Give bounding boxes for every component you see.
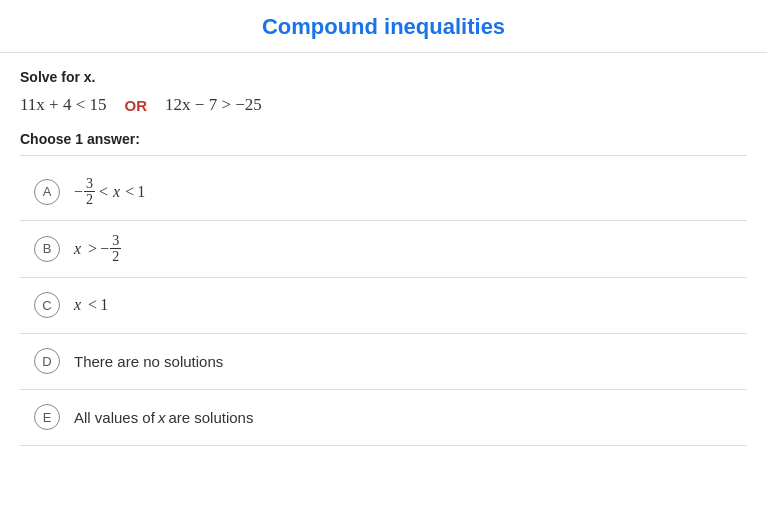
option-b-text: x > −32 — [74, 233, 122, 265]
equation-left: 11x + 4 < 15 — [20, 95, 107, 115]
option-d-circle: D — [34, 348, 60, 374]
option-e-circle: E — [34, 404, 60, 430]
option-e[interactable]: E All values of x are solutions — [20, 390, 747, 446]
option-a-circle: A — [34, 179, 60, 205]
option-a-text: −32 < x < 1 — [74, 176, 145, 208]
option-c[interactable]: C x < 1 — [20, 278, 747, 334]
option-b-circle: B — [34, 236, 60, 262]
option-e-text: All values of x are solutions — [74, 409, 253, 426]
equation-right: 12x − 7 > −25 — [165, 95, 262, 115]
option-b[interactable]: B x > −32 — [20, 221, 747, 278]
option-c-circle: C — [34, 292, 60, 318]
option-c-text: x < 1 — [74, 296, 108, 314]
option-a[interactable]: A −32 < x < 1 — [20, 164, 747, 221]
solve-label: Solve for x. — [20, 69, 747, 85]
option-d[interactable]: D There are no solutions — [20, 334, 747, 390]
or-label: OR — [125, 97, 148, 114]
option-d-text: There are no solutions — [74, 353, 223, 370]
answers-list: A −32 < x < 1 B x > −32 C x < 1 — [20, 164, 747, 446]
choose-label: Choose 1 answer: — [20, 131, 747, 147]
page-title: Compound inequalities — [0, 0, 767, 53]
